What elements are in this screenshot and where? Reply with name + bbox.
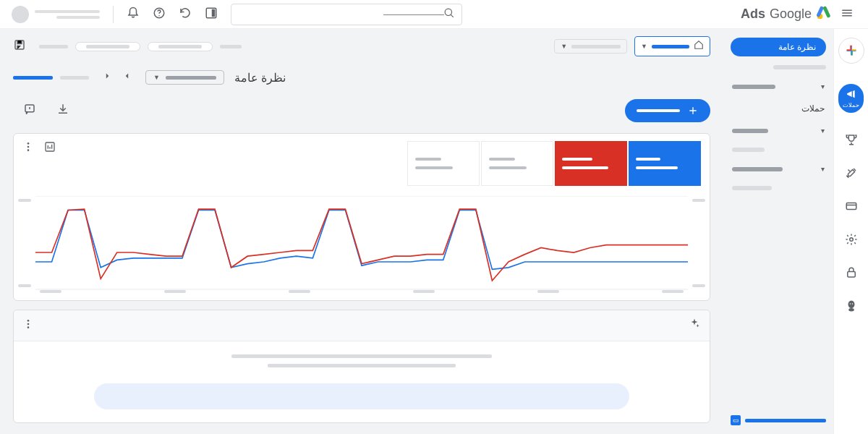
svg-rect-1 xyxy=(816,6,824,17)
save-view-icon[interactable] xyxy=(13,38,26,54)
action-row xyxy=(0,94,723,133)
breadcrumb-pill[interactable] xyxy=(148,42,213,51)
sidebar-footer[interactable]: ▭ xyxy=(731,415,826,425)
rail-goals[interactable] xyxy=(845,133,858,146)
more-options-icon[interactable] xyxy=(22,318,34,333)
more-options-icon[interactable] xyxy=(22,141,34,156)
notifications-icon[interactable] xyxy=(127,7,140,22)
sidebar-nav: نظرة عامة ▾ حملات ▾ ▾ ▭ xyxy=(723,29,833,434)
breadcrumb-pill[interactable] xyxy=(75,42,140,51)
y-axis-tick xyxy=(692,199,705,202)
sidebar-item-placeholder[interactable] xyxy=(773,65,826,69)
account-avatar[interactable] xyxy=(12,6,29,23)
search-icon[interactable] xyxy=(444,8,454,21)
svg-point-22 xyxy=(27,320,30,322)
metric-card-4[interactable] xyxy=(407,141,480,186)
svg-rect-4 xyxy=(212,9,216,17)
svg-point-12 xyxy=(851,303,853,305)
scope-dropdown-secondary[interactable]: ▼ xyxy=(554,39,627,54)
logo-text-ads: Ads xyxy=(741,7,765,22)
svg-point-24 xyxy=(27,326,30,328)
x-axis-ticks xyxy=(35,290,688,293)
breadcrumb-item[interactable] xyxy=(39,45,68,48)
feedback-icon[interactable] xyxy=(13,98,46,123)
svg-rect-2 xyxy=(822,6,830,18)
home-icon xyxy=(694,40,704,53)
rail-character[interactable] xyxy=(845,299,858,312)
collapse-icon[interactable]: ▭ xyxy=(731,415,741,425)
caret-down-icon: ▼ xyxy=(561,43,567,50)
account-name-placeholder xyxy=(35,10,100,13)
chevron-down-icon: ▾ xyxy=(821,165,825,173)
chart-settings-icon[interactable] xyxy=(44,141,56,156)
rail-campaigns-label: حملات xyxy=(843,102,859,109)
recommendation-text-1 xyxy=(231,354,492,358)
create-button[interactable] xyxy=(838,38,864,64)
date-nav xyxy=(99,68,135,87)
breadcrumb-item[interactable] xyxy=(220,45,242,48)
sparkle-icon xyxy=(688,318,701,333)
recommendations-card xyxy=(13,310,710,423)
caret-down-icon: ▼ xyxy=(641,43,647,50)
scope-dropdown-account[interactable]: ▼ xyxy=(634,36,710,56)
date-next-button[interactable] xyxy=(99,68,115,87)
header-divider xyxy=(113,6,114,23)
metric-card-3[interactable] xyxy=(481,141,553,186)
metric-card-1[interactable] xyxy=(629,141,701,186)
y-axis-tick xyxy=(692,284,705,287)
new-campaign-button[interactable] xyxy=(625,99,710,122)
google-ads-logo-icon xyxy=(816,4,832,24)
svg-point-6 xyxy=(158,15,160,17)
svg-rect-9 xyxy=(847,272,855,278)
svg-point-23 xyxy=(27,323,30,326)
sidebar-group-1[interactable]: ▾ xyxy=(731,78,826,95)
rail-security[interactable] xyxy=(845,266,858,279)
google-ads-logo: Google Ads xyxy=(741,4,832,24)
line-chart xyxy=(35,196,688,290)
caret-down-icon: ▼ xyxy=(153,74,160,81)
rail-campaigns[interactable]: حملات xyxy=(838,84,864,113)
app-header: Google Ads xyxy=(0,0,868,29)
date-shortcut-active[interactable] xyxy=(13,76,53,80)
rail-tools[interactable] xyxy=(845,166,858,179)
refresh-icon[interactable] xyxy=(179,7,192,22)
svg-point-11 xyxy=(849,303,851,305)
svg-rect-7 xyxy=(846,203,856,210)
svg-point-13 xyxy=(848,308,854,312)
logo-text-google: Google xyxy=(770,7,812,22)
sidebar-item[interactable] xyxy=(731,143,826,156)
chevron-down-icon: ▾ xyxy=(821,82,825,90)
icon-rail: حملات xyxy=(833,29,868,434)
date-shortcut[interactable] xyxy=(60,76,89,80)
rail-admin[interactable] xyxy=(845,233,858,246)
chevron-down-icon: ▾ xyxy=(821,127,825,135)
title-row: نظرة عامة ▼ xyxy=(0,64,723,94)
sidebar-item[interactable] xyxy=(731,182,826,195)
date-prev-button[interactable] xyxy=(119,68,135,87)
y-axis-tick xyxy=(18,199,31,202)
recommendation-action-pill[interactable] xyxy=(94,383,629,409)
sidebar-overview-button[interactable]: نظرة عامة xyxy=(731,38,826,56)
page-title: نظرة عامة xyxy=(234,71,286,85)
account-switcher[interactable] xyxy=(12,6,100,23)
search-input[interactable] xyxy=(239,9,444,20)
sidebar-group-2[interactable]: ▾ xyxy=(731,122,826,139)
metric-card-2[interactable] xyxy=(555,141,627,186)
svg-point-16 xyxy=(27,142,30,145)
sidebar-item[interactable]: حملات xyxy=(731,99,826,118)
scope-bar: ▼ ▼ xyxy=(0,29,723,64)
account-id-placeholder xyxy=(56,16,100,19)
sidebar-group-3[interactable]: ▾ xyxy=(731,161,826,177)
performance-chart-card xyxy=(13,133,710,301)
appearance-icon[interactable] xyxy=(205,7,218,22)
recommendation-text-2 xyxy=(268,364,456,367)
date-range-dropdown[interactable]: ▼ xyxy=(145,70,224,85)
chart-area xyxy=(14,186,710,300)
download-icon[interactable] xyxy=(46,98,80,123)
search-box[interactable] xyxy=(231,4,462,25)
y-axis-tick xyxy=(18,284,31,287)
rail-billing[interactable] xyxy=(845,200,858,213)
svg-point-8 xyxy=(849,238,853,242)
help-icon[interactable] xyxy=(153,7,166,22)
hamburger-menu-icon[interactable] xyxy=(838,4,856,25)
